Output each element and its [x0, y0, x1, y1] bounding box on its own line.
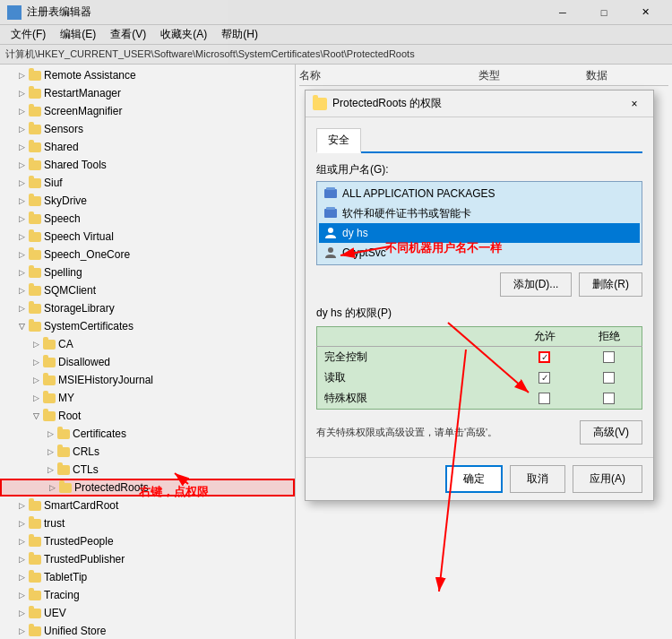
svg-rect-1 — [326, 187, 335, 190]
dialog-close-button[interactable]: × — [623, 94, 646, 114]
advanced-label: 有关特殊权限或高级设置，请单击'高级'。 — [316, 426, 497, 439]
perm-deny-read-checkbox[interactable] — [603, 372, 615, 384]
ok-button[interactable]: 确定 — [445, 465, 503, 493]
user-list-item-dyhs[interactable]: dy hs — [319, 223, 640, 243]
perm-deny-full-checkbox[interactable] — [603, 351, 615, 363]
perm-allow-special[interactable] — [512, 388, 577, 410]
add-button[interactable]: 添加(D)... — [500, 272, 573, 297]
dialog-overlay: ProtectedRoots 的权限 × 安全 组或用户名(G): — [0, 0, 672, 639]
perm-col-allow: 允许 — [512, 327, 577, 347]
dialog-tab-security[interactable]: 安全 — [316, 128, 361, 153]
perm-deny-read[interactable] — [577, 367, 642, 388]
svg-rect-0 — [324, 189, 337, 198]
perm-col-deny: 拒绝 — [577, 327, 642, 347]
user-list-item-all-packages[interactable]: ALL APPLICATION PACKAGES — [319, 184, 640, 203]
user-list-item-cryptsvc[interactable]: CryptSvc — [319, 243, 640, 263]
svg-point-4 — [328, 228, 333, 233]
perm-row-read: 读取 — [317, 367, 642, 388]
package-icon — [323, 186, 339, 201]
perm-col-name — [317, 327, 513, 347]
cert-icon — [323, 206, 339, 220]
person-icon-dyhs — [323, 226, 339, 240]
perm-allow-full-checkbox[interactable] — [538, 351, 550, 363]
remove-button[interactable]: 删除(R) — [579, 272, 642, 297]
group-label: 组或用户名(G): — [316, 162, 642, 177]
svg-rect-2 — [324, 209, 337, 218]
dialog-tab-bar: 安全 — [316, 128, 642, 153]
advanced-button[interactable]: 高级(V) — [580, 420, 642, 445]
perm-allow-full[interactable] — [512, 347, 577, 368]
perm-allow-special-checkbox[interactable] — [538, 393, 550, 404]
user-list[interactable]: ALL APPLICATION PACKAGES 软件和硬件证书书或智能卡 — [316, 181, 642, 265]
dialog-footer: 确定 取消 应用(A) — [306, 457, 653, 500]
permission-table: 允许 拒绝 完全控制 — [316, 326, 642, 410]
cancel-button[interactable]: 取消 — [510, 465, 565, 493]
dialog-folder-icon — [313, 98, 327, 110]
dialog-title: ProtectedRoots 的权限 — [332, 96, 623, 111]
person-icon-cryptsvc — [323, 246, 339, 260]
permission-label: dy hs 的权限(P) — [316, 306, 642, 321]
perm-deny-special-checkbox[interactable] — [603, 393, 615, 404]
perm-allow-read[interactable] — [512, 367, 577, 388]
dialog-titlebar: ProtectedRoots 的权限 × — [306, 91, 653, 117]
permissions-dialog: ProtectedRoots 的权限 × 安全 组或用户名(G): — [305, 90, 654, 501]
perm-row-special: 特殊权限 — [317, 388, 642, 410]
perm-deny-special[interactable] — [577, 388, 642, 410]
user-list-item-cert[interactable]: 软件和硬件证书书或智能卡 — [319, 203, 640, 223]
apply-button[interactable]: 应用(A) — [573, 465, 642, 493]
dialog-body: 安全 组或用户名(G): ALL APPLICATION PACKAGES — [306, 117, 653, 457]
user-action-buttons: 添加(D)... 删除(R) — [316, 272, 642, 297]
perm-name-read: 读取 — [317, 367, 513, 388]
svg-point-5 — [328, 247, 333, 253]
perm-name-full: 完全控制 — [317, 347, 513, 368]
perm-allow-read-checkbox[interactable] — [538, 372, 550, 384]
perm-deny-full[interactable] — [577, 347, 642, 368]
perm-name-special: 特殊权限 — [317, 388, 513, 410]
perm-row-full-control: 完全控制 — [317, 347, 642, 368]
svg-rect-3 — [326, 207, 335, 210]
